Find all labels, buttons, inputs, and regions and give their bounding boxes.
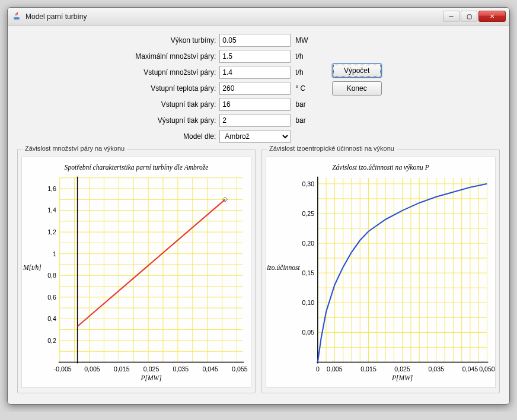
groupbox-right: Závislost izoentropické účinnosti na výk…: [261, 149, 500, 393]
svg-text:1: 1: [53, 250, 56, 257]
svg-text:M[t/h]: M[t/h]: [23, 264, 42, 272]
svg-text:0,045: 0,045: [462, 365, 478, 373]
svg-text:0,25: 0,25: [302, 210, 314, 217]
svg-text:0,025: 0,025: [143, 365, 159, 373]
svg-text:0,2: 0,2: [47, 337, 56, 344]
svg-text:0: 0: [316, 365, 320, 373]
side-buttons: Výpočet Konec: [332, 63, 382, 96]
svg-text:0,4: 0,4: [47, 315, 56, 322]
svg-rect-0: [14, 17, 20, 20]
groupbox-left-title: Závislost množství páry na výkonu: [23, 145, 127, 152]
minimize-button[interactable]: ─: [443, 11, 459, 22]
svg-text:izo.účinnost: izo.účinnost: [267, 264, 300, 272]
svg-text:1,6: 1,6: [47, 185, 56, 192]
svg-text:0,005: 0,005: [84, 365, 100, 373]
groupbox-left: Závislost množství páry na výkonu 0,20,4…: [17, 149, 256, 393]
input-max-mnozstvi[interactable]: [219, 50, 291, 63]
svg-text:0,035: 0,035: [429, 365, 445, 373]
label-vystup-tlak: Výstupní tlak páry:: [135, 116, 216, 125]
label-max-mnozstvi: Maximální množství páry:: [135, 52, 216, 61]
input-vstup-mnozstvi[interactable]: [219, 66, 291, 79]
label-vstup-mnozstvi: Vstupní množství páry:: [135, 68, 216, 77]
chart-left: 0,20,40,60,811,21,41,6-0,0050,0050,0150,…: [21, 157, 251, 388]
svg-text:0,055: 0,055: [232, 365, 248, 373]
form-area: Výkon turbíny: MW Maximální množství pár…: [17, 34, 500, 143]
window-controls: ─ ▢ ✕: [443, 11, 506, 22]
input-vstup-teplota[interactable]: [219, 82, 291, 95]
app-window: Model parní turbíny ─ ▢ ✕ Výkon turbíny:…: [7, 7, 510, 405]
svg-text:0,015: 0,015: [114, 365, 130, 373]
quit-button[interactable]: Konec: [332, 81, 382, 96]
svg-text:0,025: 0,025: [394, 365, 410, 373]
java-icon: [12, 12, 22, 21]
input-vykon[interactable]: [219, 34, 291, 47]
svg-text:0,050: 0,050: [479, 365, 495, 373]
input-grid: Výkon turbíny: MW Maximální množství pár…: [135, 34, 308, 143]
svg-text:0,05: 0,05: [302, 329, 314, 336]
svg-text:1,4: 1,4: [47, 206, 56, 214]
svg-text:Spotřební charakteristika parn: Spotřební charakteristika parní turbíny …: [65, 164, 209, 171]
svg-text:P[MW]: P[MW]: [391, 374, 413, 382]
svg-text:-0,005: -0,005: [54, 365, 72, 373]
svg-text:0,035: 0,035: [173, 365, 189, 373]
chart-left-svg: 0,20,40,60,811,21,41,6-0,0050,0050,0150,…: [22, 157, 251, 387]
select-model[interactable]: Ambrož: [219, 130, 291, 143]
unit-vstup-teplota: ° C: [294, 84, 308, 93]
label-model: Model dle:: [135, 132, 216, 141]
svg-text:0,8: 0,8: [47, 272, 56, 279]
compute-button[interactable]: Výpočet: [332, 63, 382, 78]
svg-text:0,20: 0,20: [302, 240, 314, 247]
charts-row: Závislost množství páry na výkonu 0,20,4…: [17, 149, 500, 393]
svg-text:0,045: 0,045: [202, 365, 218, 373]
label-vstup-tlak: Vstupní tlak páry:: [135, 100, 216, 109]
svg-text:0,30: 0,30: [302, 180, 314, 187]
unit-vstup-mnozstvi: t/h: [294, 68, 308, 77]
chart-right-svg: 0,050,100,150,200,250,3000,0050,0150,025…: [266, 157, 495, 387]
close-button[interactable]: ✕: [478, 11, 506, 22]
maximize-button[interactable]: ▢: [461, 11, 477, 22]
chart-right: 0,050,100,150,200,250,3000,0050,0150,025…: [266, 157, 496, 388]
unit-max-mnozstvi: t/h: [294, 52, 308, 61]
unit-vykon: MW: [294, 36, 308, 44]
svg-text:Závislost izo.účinnosti na výk: Závislost izo.účinnosti na výkonu P: [332, 164, 429, 171]
svg-text:0,6: 0,6: [47, 294, 56, 301]
groupbox-right-title: Závislost izoentropické účinnosti na výk…: [267, 145, 397, 152]
svg-text:0,005: 0,005: [327, 365, 343, 373]
unit-vystup-tlak: bar: [294, 116, 308, 125]
svg-text:0,10: 0,10: [302, 299, 314, 306]
svg-text:0,015: 0,015: [360, 365, 376, 373]
client-area: Výkon turbíny: MW Maximální množství pár…: [8, 26, 509, 404]
unit-vstup-tlak: bar: [294, 100, 308, 109]
window-title: Model parní turbíny: [25, 12, 87, 21]
label-vstup-teplota: Vstupní teplota páry:: [135, 84, 216, 93]
label-vykon: Výkon turbíny:: [135, 36, 216, 44]
svg-text:P[MW]: P[MW]: [140, 374, 161, 382]
window-titlebar: Model parní turbíny ─ ▢ ✕: [8, 8, 509, 26]
svg-text:1,2: 1,2: [47, 228, 56, 236]
input-vystup-tlak[interactable]: [219, 114, 291, 127]
input-vstup-tlak[interactable]: [219, 98, 291, 111]
svg-text:0,15: 0,15: [302, 269, 314, 276]
